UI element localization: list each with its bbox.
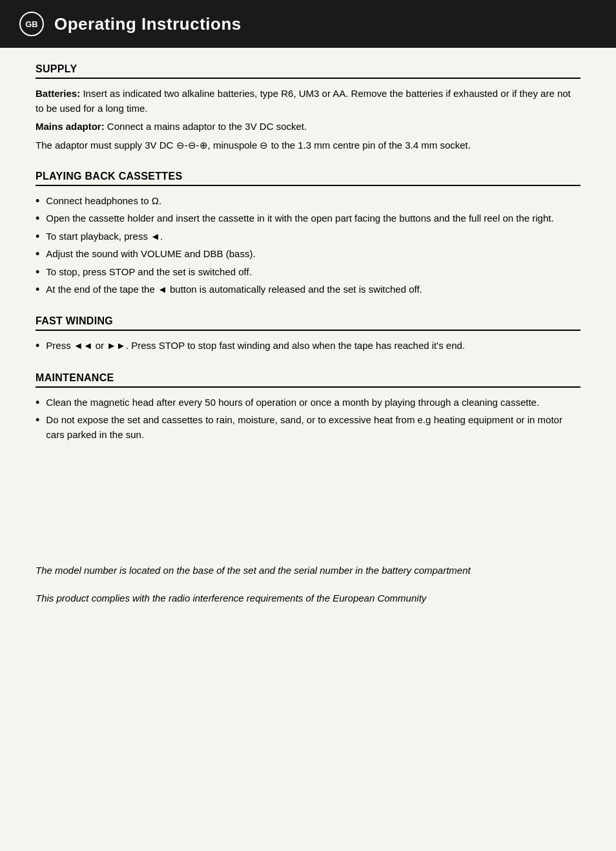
supply-text-1: Insert as indicated two alkaline batteri…: [36, 88, 571, 114]
fast-winding-list: Press ◄◄ or ►►. Press STOP to stop fast …: [36, 339, 580, 353]
page: GB Operating Instructions SUPPLY Batteri…: [0, 0, 616, 851]
footer-line-1: The model number is located on the base …: [36, 563, 580, 578]
section-supply: SUPPLY Batteries: Insert as indicated tw…: [36, 63, 580, 152]
playback-list: Connect headphones to Ω. Open the casset…: [36, 194, 580, 297]
list-item: Connect headphones to Ω.: [36, 194, 580, 209]
section-title-supply: SUPPLY: [36, 63, 580, 79]
section-maintenance: MAINTENANCE Clean the magnetic head afte…: [36, 372, 580, 442]
maintenance-list: Clean the magnetic head after every 50 h…: [36, 395, 580, 442]
gb-badge-text: GB: [25, 19, 38, 29]
supply-para-3: The adaptor must supply 3V DC ⊖-⊖-⊕, min…: [36, 138, 580, 153]
section-title-fast-winding: FAST WINDING: [36, 315, 580, 331]
list-item-text: At the end of the tape the ◄ button is a…: [46, 282, 580, 297]
list-item: Press ◄◄ or ►►. Press STOP to stop fast …: [36, 339, 580, 353]
section-playback: PLAYING BACK CASSETTES Connect headphone…: [36, 171, 580, 297]
list-item: Adjust the sound with VOLUME and DBB (ba…: [36, 247, 580, 262]
list-item: At the end of the tape the ◄ button is a…: [36, 282, 580, 297]
supply-para-2: Mains adaptor: Connect a mains adaptor t…: [36, 120, 580, 134]
section-title-maintenance: MAINTENANCE: [36, 372, 580, 388]
list-item: Open the cassette holder and insert the …: [36, 211, 580, 226]
list-item: To start playback, press ◄.: [36, 229, 580, 244]
gb-badge: GB: [19, 12, 44, 36]
list-item: To stop, press STOP and the set is switc…: [36, 265, 580, 280]
page-title: Operating Instructions: [54, 14, 241, 34]
list-item: Do not expose the set and cassettes to r…: [36, 413, 580, 442]
list-item-text: To start playback, press ◄.: [46, 229, 580, 244]
supply-text-3: The adaptor must supply 3V DC ⊖-⊖-⊕, min…: [36, 140, 471, 151]
supply-bold-1: Batteries:: [36, 88, 80, 99]
list-item: Clean the magnetic head after every 50 h…: [36, 395, 580, 410]
main-content: SUPPLY Batteries: Insert as indicated tw…: [0, 63, 616, 486]
supply-para-1: Batteries: Insert as indicated two alkal…: [36, 87, 580, 116]
list-item-text: Clean the magnetic head after every 50 h…: [46, 395, 580, 410]
supply-bold-2: Mains adaptor:: [36, 121, 105, 132]
section-title-playback: PLAYING BACK CASSETTES: [36, 171, 580, 186]
list-item-text: Connect headphones to Ω.: [46, 194, 580, 209]
list-item-text: Press ◄◄ or ►►. Press STOP to stop fast …: [46, 339, 580, 353]
footer-line-2: This product complies with the radio int…: [36, 591, 580, 606]
footer: The model number is located on the base …: [0, 563, 616, 605]
list-item-text: To stop, press STOP and the set is switc…: [46, 265, 580, 280]
header-bar: GB Operating Instructions: [0, 0, 616, 48]
list-item-text: Do not expose the set and cassettes to r…: [46, 413, 580, 442]
list-item-text: Open the cassette holder and insert the …: [46, 211, 580, 226]
supply-text-2: Connect a mains adaptor to the 3V DC soc…: [107, 121, 307, 132]
section-fast-winding: FAST WINDING Press ◄◄ or ►►. Press STOP …: [36, 315, 580, 353]
list-item-text: Adjust the sound with VOLUME and DBB (ba…: [46, 247, 580, 262]
